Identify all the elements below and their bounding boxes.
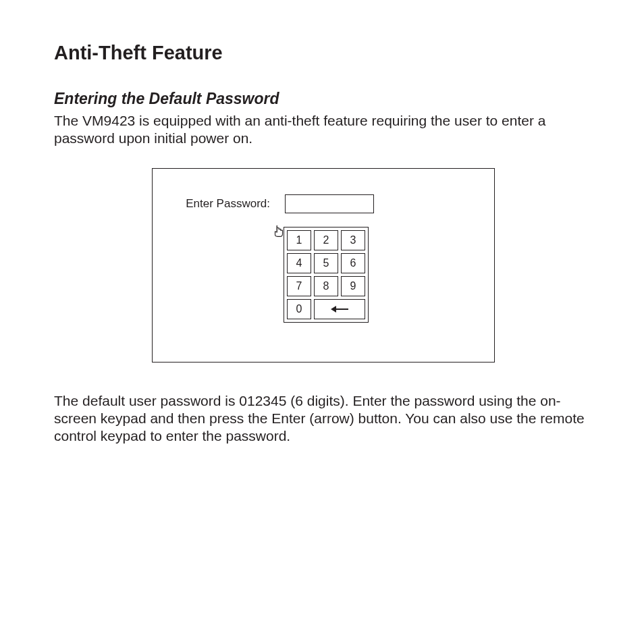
key-4[interactable]: 4 xyxy=(287,253,311,273)
section-subtitle: Entering the Default Password xyxy=(54,90,593,108)
keypad-row-2: 4 5 6 xyxy=(286,252,367,275)
key-5[interactable]: 5 xyxy=(314,253,338,273)
keypad-row-3: 7 8 9 xyxy=(286,275,367,298)
key-8[interactable]: 8 xyxy=(314,276,338,296)
key-0[interactable]: 0 xyxy=(287,299,311,319)
keypad: 1 2 3 4 5 6 7 8 9 0 xyxy=(284,227,369,323)
key-enter[interactable] xyxy=(314,299,365,319)
key-1[interactable]: 1 xyxy=(287,230,311,250)
screen-illustration-wrap: Enter Password: 1 2 3 4 5 6 xyxy=(54,168,593,363)
key-9[interactable]: 9 xyxy=(341,276,365,296)
key-3[interactable]: 3 xyxy=(341,230,365,250)
key-2[interactable]: 2 xyxy=(314,230,338,250)
keypad-row-1: 1 2 3 xyxy=(286,229,367,252)
password-row: Enter Password: xyxy=(170,194,477,213)
document-page: Anti-Theft Feature Entering the Default … xyxy=(0,0,644,445)
password-label: Enter Password: xyxy=(170,197,285,211)
password-screen: Enter Password: 1 2 3 4 5 6 xyxy=(152,168,495,363)
body-paragraph: The default user password is 012345 (6 d… xyxy=(54,392,593,446)
page-title: Anti-Theft Feature xyxy=(54,42,593,64)
key-7[interactable]: 7 xyxy=(287,276,311,296)
enter-arrow-icon xyxy=(331,306,348,312)
password-input[interactable] xyxy=(285,194,374,213)
keypad-row-4: 0 xyxy=(286,298,367,321)
key-6[interactable]: 6 xyxy=(341,253,365,273)
keypad-wrap: 1 2 3 4 5 6 7 8 9 0 xyxy=(284,227,477,323)
intro-paragraph: The VM9423 is equipped with an anti-thef… xyxy=(54,112,593,148)
